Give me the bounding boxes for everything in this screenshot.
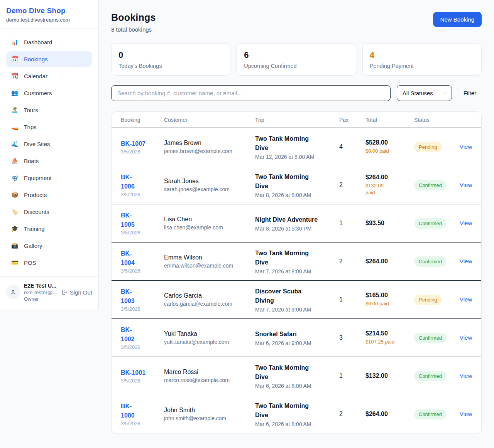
- dive-sites-icon: 🌊: [11, 140, 19, 147]
- booking-cell: BK- 1006 3/5/2026: [121, 173, 164, 197]
- sign-out-icon: [61, 289, 68, 295]
- sidebar-item-training[interactable]: 🎓 Training: [6, 221, 92, 236]
- sidebar-item-dive-sites[interactable]: 🌊 Dive Sites: [6, 136, 92, 152]
- stat-card-upcoming-confirmed: 6 Upcoming Confirmed: [237, 43, 356, 76]
- training-icon: 🎓: [11, 225, 19, 232]
- sidebar-item-products[interactable]: 📦 Products: [6, 187, 92, 202]
- booking-cell: BK- 1004 3/5/2026: [121, 249, 164, 273]
- view-link[interactable]: View: [460, 143, 472, 150]
- pax-count: 2: [339, 182, 365, 189]
- trip-cell: Snorkel Safari Mar 6, 2026 at 9:00 AM: [255, 330, 339, 346]
- booking-id-link[interactable]: BK-1001: [121, 368, 145, 377]
- total-amount: $165.00: [365, 292, 414, 299]
- booking-id-link[interactable]: BK- 1002: [121, 325, 135, 343]
- total-bookings-count: 8 total bookings: [111, 26, 156, 33]
- booking-id-link[interactable]: BK- 1003: [121, 287, 135, 305]
- trips-icon: 🚤: [11, 123, 19, 130]
- customer-cell: John Smith john.smith@example.com: [164, 407, 255, 421]
- trip-title: Two Tank Morning Dive: [255, 249, 339, 267]
- trip-datetime: Mar 8, 2026 at 5:30 PM: [255, 226, 339, 232]
- status-badge: Confirmed: [414, 333, 447, 343]
- sidebar-item-calendar[interactable]: 📆 Calendar: [6, 68, 92, 84]
- booking-id-link[interactable]: BK- 1005: [121, 211, 135, 229]
- trip-title: Two Tank Morning Dive: [255, 401, 339, 420]
- booking-cell: BK- 1000 3/5/2026: [121, 402, 164, 426]
- view-link[interactable]: View: [460, 372, 472, 379]
- trip-cell: Discover Scuba Diving Mar 7, 2026 at 9:0…: [255, 287, 339, 313]
- page-title-block: Bookings 8 total bookings: [111, 12, 156, 33]
- customer-name: Lisa Chen: [164, 216, 255, 223]
- status-filter-select[interactable]: All Statuses: [397, 85, 452, 101]
- view-link[interactable]: View: [460, 296, 472, 303]
- sidebar-item-discounts[interactable]: 🏷️ Discounts: [6, 204, 92, 219]
- customer-email: sarah.jones@example.com: [164, 186, 255, 192]
- sidebar-nav: 📊 Dashboard 📅 Bookings 📆 Calendar 👥 Cust…: [0, 29, 98, 276]
- trip-datetime: Mar 6, 2026 at 9:00 AM: [255, 340, 339, 346]
- stat-value: 6: [244, 50, 349, 60]
- status-badge: Pending: [414, 295, 442, 305]
- view-link[interactable]: View: [460, 258, 472, 264]
- total-cell: $264.00 $132.00 paid: [365, 174, 414, 196]
- page-header: Bookings 8 total bookings New Booking: [111, 12, 482, 33]
- filter-button[interactable]: Filter: [458, 90, 482, 96]
- booking-id-link[interactable]: BK- 1004: [121, 249, 135, 267]
- sign-out-button[interactable]: Sign Out: [61, 289, 92, 296]
- stats-row: 0 Today's Bookings 6 Upcoming Confirmed …: [111, 43, 482, 76]
- column-header-total: Total: [365, 117, 414, 123]
- search-input[interactable]: [111, 85, 391, 101]
- customer-name: Marco Rossi: [164, 369, 255, 376]
- sidebar-item-tours[interactable]: 🏝️ Tours: [6, 102, 92, 118]
- pax-count: 2: [339, 411, 365, 418]
- total-cell: $165.00 $0.00 paid: [365, 292, 414, 307]
- customer-email: yuki.tanaka@example.com: [164, 339, 255, 345]
- sidebar-item-customers[interactable]: 👥 Customers: [6, 85, 92, 101]
- customer-name: Yuki Tanaka: [164, 330, 255, 337]
- actions-cell: View: [460, 296, 472, 303]
- table-row: BK- 1005 3/5/2026 Lisa Chen lisa.chen@ex…: [112, 204, 481, 242]
- trip-cell: Two Tank Morning Dive Mar 7, 2026 at 8:0…: [255, 249, 339, 275]
- customer-email: emma.wilson@example.com: [164, 263, 255, 269]
- sidebar-item-label: Customers: [24, 90, 52, 96]
- booking-id-link[interactable]: BK- 1000: [121, 402, 135, 419]
- view-link[interactable]: View: [460, 182, 472, 188]
- sidebar-item-gallery[interactable]: 📸 Gallery: [6, 238, 92, 253]
- customer-email: lisa.chen@example.com: [164, 224, 255, 231]
- sidebar-item-label: Boats: [24, 158, 39, 164]
- customer-name: Sarah Jones: [164, 178, 255, 185]
- status-badge: Confirmed: [414, 218, 447, 229]
- pax-count: 1: [339, 220, 365, 227]
- tours-icon: 🏝️: [11, 106, 19, 113]
- trip-title: Night Dive Adventure: [255, 215, 339, 224]
- user-email: e2e-tester@...: [24, 290, 57, 295]
- sidebar-item-trips[interactable]: 🚤 Trips: [6, 119, 92, 135]
- table-row: BK-1001 3/5/2026 Marco Rossi marco.rossi…: [112, 357, 481, 395]
- view-link[interactable]: View: [460, 411, 472, 417]
- shop-name: Demo Dive Shop: [6, 7, 92, 15]
- filter-row: All Statuses Filter: [111, 85, 482, 101]
- table-row: BK- 1004 3/5/2026 Emma Wilson emma.wilso…: [112, 242, 481, 280]
- view-link[interactable]: View: [460, 334, 472, 341]
- status-badge: Confirmed: [414, 409, 447, 419]
- customer-name: Emma Wilson: [164, 254, 255, 261]
- trip-datetime: Mar 6, 2026 at 8:00 AM: [255, 383, 339, 389]
- sidebar-item-bookings[interactable]: 📅 Bookings: [6, 51, 92, 67]
- booking-id-link[interactable]: BK-1007: [121, 139, 145, 148]
- sidebar-item-dashboard[interactable]: 📊 Dashboard: [6, 34, 92, 50]
- status-badge: Confirmed: [414, 256, 447, 267]
- customer-email: john.smith@example.com: [164, 415, 255, 421]
- sidebar-item-label: POS: [24, 259, 36, 266]
- customer-cell: Emma Wilson emma.wilson@example.com: [164, 254, 255, 269]
- customers-icon: 👥: [11, 89, 19, 96]
- stat-card-today-s-bookings: 0 Today's Bookings: [111, 43, 230, 76]
- shop-logo-block: Demo Dive Shop demo.test.divestreams.com: [0, 0, 98, 29]
- customer-email: james.brown@example.com: [164, 148, 255, 154]
- status-cell: Pending: [414, 142, 460, 152]
- view-link[interactable]: View: [460, 220, 472, 226]
- sidebar-item-equipment[interactable]: 🤿 Equipment: [6, 170, 92, 185]
- sidebar-item-boats[interactable]: ⛵ Boats: [6, 153, 92, 168]
- status-cell: Confirmed: [414, 256, 460, 267]
- new-booking-button[interactable]: New Booking: [433, 12, 482, 27]
- booking-id-link[interactable]: BK- 1006: [121, 173, 135, 190]
- sidebar-item-pos[interactable]: 💳 POS: [6, 255, 92, 270]
- sidebar-item-label: Dashboard: [24, 39, 52, 45]
